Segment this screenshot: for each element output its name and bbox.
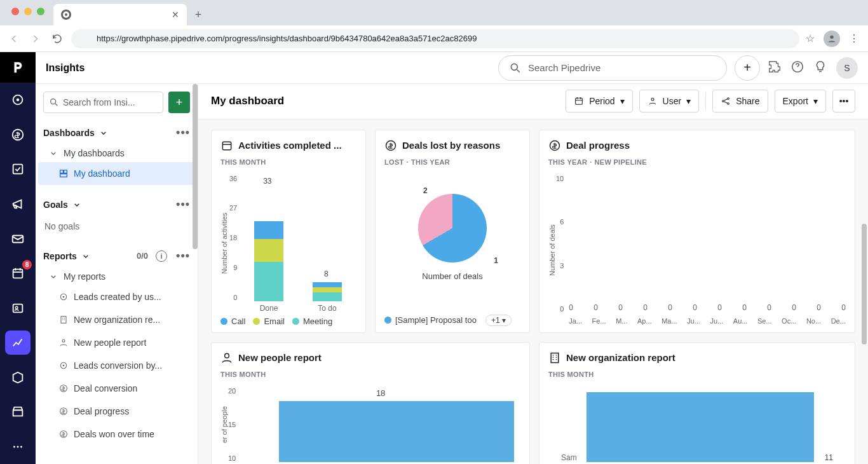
help-icon[interactable] — [790, 60, 804, 76]
nav-projects[interactable] — [5, 157, 31, 182]
chrome-profile-icon[interactable] — [824, 31, 840, 47]
dollar-icon — [384, 139, 397, 152]
card-new-organization[interactable]: New organization report THIS MONTH Sam 1… — [539, 342, 855, 465]
dollar-icon — [58, 406, 69, 416]
caret-down-icon: ▾ — [686, 96, 691, 106]
report-item[interactable]: Deal conversion — [36, 377, 198, 400]
svg-point-32 — [728, 98, 729, 100]
tab-favicon-icon — [61, 10, 71, 20]
svg-rect-38 — [551, 353, 559, 362]
minimize-window-icon[interactable] — [24, 8, 32, 15]
url-text: https://growthphase.pipedrive.com/progre… — [97, 34, 477, 43]
building-icon — [58, 315, 69, 325]
nav-deals[interactable] — [5, 123, 31, 147]
tree-my-reports[interactable]: My reports — [36, 268, 198, 285]
forward-icon[interactable] — [28, 31, 43, 46]
nav-insights[interactable] — [5, 331, 31, 355]
nav-leads[interactable] — [5, 88, 31, 113]
section-goals[interactable]: Goals ••• — [36, 193, 198, 216]
user-filter-button[interactable]: User▾ — [639, 90, 700, 113]
section-more-icon[interactable]: ••• — [176, 249, 190, 263]
app-logo[interactable] — [0, 52, 36, 83]
browser-tab[interactable]: ✕ — [53, 4, 187, 25]
more-actions-button[interactable]: ••• — [832, 90, 855, 113]
user-avatar[interactable]: S — [836, 57, 858, 79]
new-tab-button[interactable]: + — [189, 6, 207, 24]
svg-point-13 — [20, 446, 22, 447]
dollar-icon — [548, 139, 561, 152]
dots-icon: ••• — [839, 96, 849, 106]
address-bar[interactable]: https://growthphase.pipedrive.com/progre… — [71, 29, 799, 48]
card-deals-lost[interactable]: Deals lost by reasons LOST·THIS YEAR 2 1… — [375, 130, 530, 333]
report-item[interactable]: Deal progress — [36, 400, 198, 423]
calendar-icon — [220, 139, 233, 152]
svg-rect-22 — [61, 317, 66, 324]
tree-item-my-dashboard[interactable]: My dashboard — [38, 162, 195, 185]
caret-down-icon: ▾ — [502, 316, 506, 325]
nav-more[interactable] — [5, 434, 31, 459]
report-item[interactable]: New people report — [36, 331, 198, 354]
info-icon[interactable]: i — [156, 250, 167, 262]
y-axis-ticks: 201510 — [228, 387, 241, 462]
swatch-icon — [384, 317, 391, 324]
svg-point-16 — [51, 99, 56, 104]
report-item[interactable]: New organization re... — [36, 308, 198, 331]
card-deal-progress[interactable]: Deal progress THIS YEAR·NEW PIPELINE Num… — [539, 130, 855, 333]
back-icon[interactable] — [6, 31, 22, 46]
global-search-placeholder: Search Pipedrive — [528, 62, 600, 73]
nav-marketplace[interactable] — [5, 400, 31, 425]
nav-mail[interactable] — [5, 226, 31, 251]
bar-values: 000000000000 — [569, 303, 846, 312]
svg-rect-18 — [64, 170, 67, 174]
person-icon — [220, 351, 233, 364]
panel-search-input[interactable]: Search from Insi... — [43, 92, 163, 113]
person-icon — [58, 338, 69, 348]
card-activities[interactable]: Activities completed ... THIS MONTH Numb… — [211, 130, 366, 333]
nav-products[interactable] — [5, 365, 31, 390]
report-item[interactable]: Leads conversion by... — [36, 354, 198, 377]
section-reports[interactable]: Reports 0/0 i ••• — [36, 244, 198, 268]
close-window-icon[interactable] — [11, 8, 19, 15]
caret-down-icon: ▾ — [813, 96, 818, 106]
svg-rect-8 — [13, 270, 23, 278]
panel-scrollbar[interactable] — [193, 84, 198, 249]
report-item[interactable]: Deals won over time — [36, 423, 198, 446]
chevron-down-icon — [48, 148, 58, 158]
chart-legend: Call Email Meeting — [220, 317, 356, 326]
section-more-icon[interactable]: ••• — [176, 198, 190, 211]
extensions-icon[interactable] — [768, 60, 782, 76]
share-button[interactable]: Share — [712, 90, 768, 113]
tips-icon[interactable] — [813, 60, 827, 76]
chrome-menu-icon[interactable]: ⋮ — [849, 32, 859, 44]
panel-add-button[interactable]: + — [168, 92, 190, 113]
tree-my-dashboards[interactable]: My dashboards — [36, 144, 198, 162]
top-bar: Insights Search Pipedrive + S — [36, 52, 868, 84]
insights-panel: Search from Insi... + Dashboards ••• My … — [36, 84, 198, 464]
report-item[interactable]: Leads created by us... — [36, 285, 198, 308]
section-more-icon[interactable]: ••• — [176, 126, 190, 139]
reload-icon[interactable] — [50, 31, 65, 46]
svg-point-31 — [722, 100, 724, 102]
dashboard-title: My dashboard — [211, 95, 284, 107]
bookmark-star-icon[interactable]: ☆ — [806, 32, 815, 44]
close-tab-icon[interactable]: ✕ — [172, 10, 179, 20]
share-icon — [721, 96, 731, 106]
x-category-label: Sam — [561, 453, 577, 462]
calendar-icon — [574, 96, 584, 106]
card-new-people[interactable]: New people report THIS MONTH er of peopl… — [211, 342, 530, 465]
pie-chart — [418, 194, 487, 263]
add-button[interactable]: + — [735, 55, 760, 81]
export-button[interactable]: Export▾ — [775, 90, 826, 113]
nav-contacts[interactable] — [5, 296, 31, 320]
building-icon — [548, 351, 561, 364]
main-scrollbar[interactable] — [862, 224, 867, 345]
maximize-window-icon[interactable] — [37, 8, 44, 15]
section-dashboards[interactable]: Dashboards ••• — [36, 121, 198, 144]
nav-campaigns[interactable] — [5, 192, 31, 217]
y-axis-ticks: 36271890 — [228, 175, 240, 311]
svg-point-23 — [62, 339, 65, 342]
nav-activities[interactable]: 8 — [5, 261, 31, 286]
global-search[interactable]: Search Pipedrive — [498, 55, 727, 81]
period-filter-button[interactable]: Period▾ — [566, 90, 632, 113]
legend-more-button[interactable]: +1▾ — [485, 315, 512, 326]
